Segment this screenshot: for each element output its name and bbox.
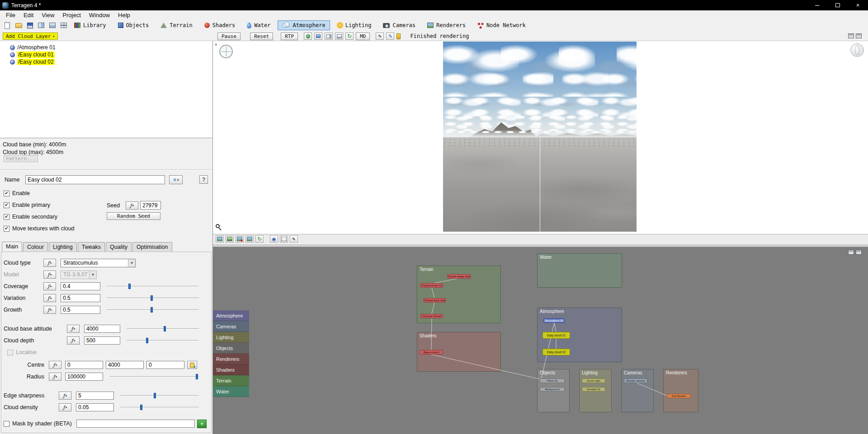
pause-button[interactable]: Pause: [217, 33, 241, 40]
cloud-density-function-button[interactable]: ƒ▸: [59, 403, 71, 411]
enable-primary-checkbox[interactable]: ✔: [4, 202, 9, 208]
cloud-base-altitude-input[interactable]: [84, 325, 120, 333]
open-file-icon[interactable]: [13, 20, 24, 30]
toolbar-cameras-button[interactable]: Cameras: [378, 20, 420, 30]
add-shader-button[interactable]: +: [197, 420, 207, 428]
node-easy-cloud-01[interactable]: Easy cloud 01: [542, 332, 570, 339]
edge-sharpness-function-button[interactable]: ƒ▸: [59, 392, 71, 400]
toolbar-node-network-button[interactable]: Node Network: [473, 20, 530, 30]
centre-y-input[interactable]: [106, 361, 144, 369]
paint-tool-icon[interactable]: ✎: [376, 33, 384, 40]
node-plane-01[interactable]: Plane 01: [540, 378, 565, 383]
growth-input[interactable]: [61, 306, 100, 314]
coverage-input[interactable]: [61, 282, 100, 290]
zoom-region-icon[interactable]: [215, 224, 222, 231]
cloud-type-dropdown[interactable]: Stratocumulus ▾: [61, 259, 136, 267]
close-button[interactable]: ×: [848, 0, 868, 10]
fit-frame-icon[interactable]: [280, 235, 288, 243]
toolbar-library-button[interactable]: Library: [70, 20, 111, 30]
new-file-icon[interactable]: [2, 20, 13, 30]
node-simple-shape-shader[interactable]: Simple shape shader 01: [447, 274, 471, 279]
split-pane-v-icon[interactable]: [325, 33, 333, 40]
add-cloud-layer-button[interactable]: Add Cloud Layer ▾: [3, 33, 58, 40]
toolbar-atmosphere-button[interactable]: Atmosphere: [278, 20, 330, 30]
snapshot-a-icon[interactable]: [216, 235, 224, 243]
move-textures-checkbox[interactable]: ✔: [4, 226, 9, 232]
cloud-depth-slider[interactable]: [127, 337, 199, 344]
reset-button[interactable]: Reset: [250, 33, 273, 40]
copy-image-icon[interactable]: [236, 235, 244, 243]
node-atmosphere-01[interactable]: Atmosphere 01: [543, 318, 565, 323]
centre-z-input[interactable]: [146, 361, 184, 369]
tab-optimisation[interactable]: Optimisation: [132, 242, 172, 252]
menu-edit[interactable]: Edit: [19, 11, 38, 19]
layout-split-v-icon[interactable]: [36, 20, 47, 30]
toolbar-water-button[interactable]: Water: [242, 20, 275, 30]
tab-lighting[interactable]: Lighting: [49, 242, 77, 252]
radius-input[interactable]: [65, 373, 103, 381]
menu-project[interactable]: Project: [58, 11, 85, 19]
render-preview-image[interactable]: [443, 42, 637, 232]
node-background[interactable]: Background: [540, 387, 565, 392]
render-view-icon[interactable]: [304, 33, 312, 40]
node-network-pane[interactable]: Atmosphere Cameras Lighting Objects Rend…: [213, 247, 868, 434]
cloud-type-function-button[interactable]: ƒ▸: [43, 259, 56, 267]
minimize-button[interactable]: ─: [807, 0, 827, 10]
tab-main[interactable]: Main: [2, 242, 22, 252]
toolbar-shaders-button[interactable]: Shaders: [200, 20, 240, 30]
enable-secondary-checkbox[interactable]: ✔: [4, 214, 9, 220]
float-pane-icon[interactable]: [848, 33, 854, 38]
snapshot-b-icon[interactable]: [226, 235, 234, 243]
menu-window[interactable]: Window: [85, 11, 114, 19]
pane-splitter[interactable]: [213, 243, 868, 247]
render-preview-pane[interactable]: *: [213, 41, 868, 234]
layer-item-easy-cloud-01[interactable]: /Easy cloud 01: [0, 51, 212, 58]
cloud-density-input[interactable]: [76, 403, 114, 411]
seed-function-button[interactable]: ƒ▸: [126, 201, 138, 210]
split-pane-h-icon[interactable]: [335, 33, 343, 40]
name-input[interactable]: [25, 175, 165, 184]
tab-quality[interactable]: Quality: [106, 242, 132, 252]
centre-x-input[interactable]: [65, 361, 103, 369]
enable-checkbox[interactable]: ✔: [4, 191, 9, 196]
help-button[interactable]: ?: [199, 175, 208, 184]
node-easy-cloud-02[interactable]: Easy cloud 02: [542, 349, 570, 355]
node-full-render[interactable]: Full Render: [667, 394, 691, 398]
toolbar-lighting-button[interactable]: Lighting: [333, 20, 376, 30]
growth-function-button[interactable]: ƒ▸: [43, 306, 56, 314]
close-pane-icon[interactable]: [856, 33, 862, 38]
node-enviro-light[interactable]: Enviro light: [582, 378, 605, 383]
node-compute-terrain[interactable]: Compute Terrain: [420, 314, 443, 318]
tab-colour[interactable]: Colour: [23, 242, 48, 252]
compare-image-icon[interactable]: [245, 235, 254, 243]
node-fractal-warp-shader[interactable]: Fractal warp shader 01: [424, 298, 446, 303]
ray-trace-preview-icon[interactable]: [314, 33, 322, 40]
node-render-camera[interactable]: Render camera: [624, 378, 647, 383]
md-button[interactable]: MD: [356, 33, 370, 40]
menu-view[interactable]: View: [38, 11, 58, 19]
orbit-compass-widget[interactable]: [219, 45, 233, 58]
cloud-depth-function-button[interactable]: ƒ▸: [67, 336, 80, 345]
node-sunlight-01[interactable]: Sunlight 01: [582, 387, 605, 392]
mask-by-shader-checkbox[interactable]: [4, 421, 9, 427]
model-function-button[interactable]: ƒ▸: [43, 271, 56, 279]
menu-file[interactable]: File: [2, 11, 19, 19]
cloud-depth-input[interactable]: [84, 336, 120, 345]
annotate-icon[interactable]: ✎: [290, 235, 298, 243]
cloud-base-altitude-function-button[interactable]: ƒ▸: [67, 325, 80, 333]
edge-sharpness-input[interactable]: [76, 392, 114, 400]
variation-slider[interactable]: [107, 295, 199, 301]
node-fractal-terrain[interactable]: Fractal terrain 01: [420, 283, 443, 288]
radius-slider[interactable]: [109, 373, 199, 380]
rtp-button[interactable]: RTP: [281, 33, 298, 40]
node-settings-button[interactable]: ✳▸: [169, 175, 183, 184]
growth-slider[interactable]: [107, 307, 199, 313]
toolbar-objects-button[interactable]: Objects: [113, 20, 154, 30]
radius-function-button[interactable]: ƒ▸: [49, 373, 61, 381]
variation-input[interactable]: [61, 294, 100, 302]
layer-item-easy-cloud-02[interactable]: /Easy cloud 02: [0, 58, 212, 65]
layout-grid-icon[interactable]: [58, 20, 69, 30]
mask-by-shader-input[interactable]: [76, 420, 195, 428]
variation-function-button[interactable]: ƒ▸: [43, 294, 56, 302]
show-channels-icon[interactable]: ◉: [270, 235, 278, 243]
